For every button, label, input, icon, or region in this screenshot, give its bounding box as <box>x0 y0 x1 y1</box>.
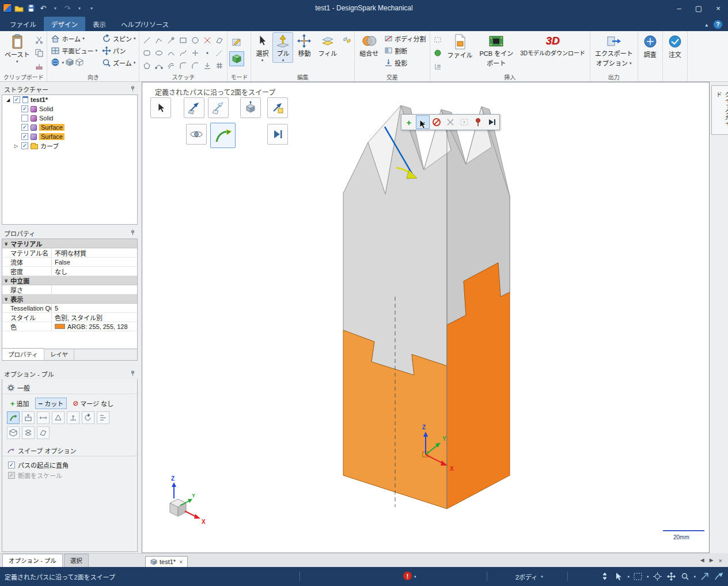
undo-button[interactable]: ↶ <box>38 2 48 14</box>
spin-caret-icon[interactable]: ▾ <box>134 36 136 40</box>
wireframe-button[interactable] <box>75 58 84 67</box>
pin-icon[interactable] <box>130 370 135 377</box>
sketch-grid-icon[interactable] <box>214 59 225 71</box>
tree-checkbox-root[interactable]: ✓ <box>13 96 20 103</box>
status-select-icon[interactable] <box>613 570 624 582</box>
plan-view-caret-icon[interactable]: ▾ <box>95 48 97 52</box>
tab-close-icon[interactable]: × <box>178 559 183 565</box>
paste-button[interactable]: ペースト ▾ <box>2 32 32 64</box>
sketch-three-point-arc-icon[interactable] <box>153 59 165 71</box>
section-display[interactable]: ∨ 表示 <box>2 294 137 304</box>
revolve-tool-button[interactable] <box>186 124 207 145</box>
tree-checkbox-curve[interactable]: ✓ <box>21 142 28 149</box>
body-count-caret-icon[interactable]: ▾ <box>541 574 543 579</box>
sketch-rounded-rectangle-icon[interactable] <box>141 47 153 59</box>
tab-options-pull[interactable]: オプション - プル <box>2 554 63 567</box>
fill-button[interactable]: フィル <box>315 32 340 58</box>
sketch-chamfer-icon[interactable] <box>189 59 201 71</box>
sketch-point-icon[interactable] <box>202 47 213 59</box>
property-row-thickness[interactable]: 厚さ <box>2 285 137 294</box>
mini-remove-button[interactable]: − <box>416 115 430 129</box>
tab-list-close-icon[interactable]: × <box>719 557 722 564</box>
pull-both-tool-button[interactable] <box>208 97 229 118</box>
warning-caret-icon[interactable]: ▴ <box>414 574 416 579</box>
color-swatch[interactable] <box>55 324 65 329</box>
mini-grid-button[interactable] <box>457 115 471 129</box>
no-merge-button[interactable]: ⊘マージ なし <box>69 398 117 409</box>
tree-checkbox-solid-2[interactable] <box>21 115 28 122</box>
quick-guide-tab[interactable]: クイックガイド <box>711 85 728 135</box>
pull-button[interactable]: プル ▾ <box>272 32 293 63</box>
section-neutral-plane[interactable]: ∨ 中立面 <box>2 276 137 285</box>
property-row-color[interactable]: 色 ARGB: 255, 255, 128 <box>2 322 137 331</box>
tree-item-surface-2[interactable]: ✓ Surface <box>2 132 137 141</box>
status-select-caret-icon[interactable]: ▴ <box>627 574 630 579</box>
tab-selection[interactable]: 選択 <box>64 554 89 567</box>
checkbox-icon[interactable]: ✓ <box>8 462 15 468</box>
tree-checkbox-surface-2[interactable]: ✓ <box>21 133 28 140</box>
add-mode-button[interactable]: +追加 <box>7 398 33 409</box>
home-caret-icon[interactable]: ▾ <box>82 36 85 40</box>
tab-design[interactable]: デザイン <box>44 17 85 31</box>
sketch-polyline-icon[interactable] <box>153 34 165 46</box>
tree-checkbox-solid-1[interactable]: ✓ <box>21 105 28 112</box>
tab-file[interactable]: ファイル <box>2 17 44 31</box>
tree-item-root[interactable]: ◢ ✓ test1* <box>2 95 137 104</box>
format-painter-button[interactable] <box>33 61 45 72</box>
tree-item-curve[interactable]: ▷ ✓ カーブ <box>2 141 137 150</box>
sketch-construction-line-icon[interactable] <box>214 47 225 59</box>
view-sphere-caret-icon[interactable]: ▾ <box>62 61 64 65</box>
tree-item-solid-1[interactable]: ✓ Solid <box>2 104 137 114</box>
open-folder-button[interactable] <box>14 2 24 14</box>
status-scroll-icon[interactable] <box>600 570 610 582</box>
insert-frame-button[interactable] <box>432 34 443 46</box>
mini-next-button[interactable] <box>485 115 499 129</box>
spin-button[interactable]: スピン ▾ <box>100 32 138 44</box>
tree-expand-icon[interactable]: ▷ <box>13 143 19 149</box>
model-canvas[interactable]: Z Y X Z Y X <box>142 82 710 553</box>
3d-model[interactable]: Z Y X Z Y X <box>142 82 709 553</box>
order-button[interactable]: 注文 <box>665 32 685 59</box>
tab-display[interactable]: 表示 <box>85 17 113 31</box>
rotate-pull-tool-button[interactable] <box>82 411 94 424</box>
paste-caret-icon[interactable]: ▾ <box>16 59 18 63</box>
maximize-button[interactable]: ▢ <box>689 0 708 16</box>
redo-caret-icon[interactable]: ▾ <box>74 2 85 14</box>
pcb-import-button[interactable]: PCB をイン ポート <box>477 32 517 68</box>
cut-mode-button[interactable]: −カット <box>35 398 67 409</box>
project-button[interactable]: 投影 <box>382 56 427 69</box>
tree-expand-icon[interactable]: ◢ <box>5 97 11 103</box>
sketch-rectangle-icon[interactable] <box>177 34 189 46</box>
undo-caret-icon[interactable]: ▾ <box>50 2 60 14</box>
property-row-style[interactable]: スタイル 色別, スタイル別 <box>2 313 137 322</box>
save-button[interactable] <box>26 2 36 14</box>
sketch-ellipse-icon[interactable] <box>153 47 165 59</box>
pin-icon[interactable] <box>130 230 135 237</box>
status-box-caret-icon[interactable]: ▴ <box>647 574 649 579</box>
normal-pull-tool-button[interactable] <box>67 411 79 424</box>
tab-properties[interactable]: プロパティ <box>2 348 44 360</box>
sketch-tangent-line-icon[interactable] <box>165 34 177 46</box>
status-fly-icon[interactable] <box>713 570 723 582</box>
view-sphere-button[interactable] <box>51 58 60 68</box>
split-body-button[interactable]: ボディ分割 <box>382 32 427 44</box>
select-button[interactable]: 選択 ▾ <box>253 32 271 63</box>
error-badge-icon[interactable]: ! <box>403 572 412 580</box>
insert-sphere-button[interactable] <box>432 47 443 59</box>
export-caret-icon[interactable]: ▾ <box>630 61 632 65</box>
status-box-select-icon[interactable] <box>633 570 643 582</box>
property-row-tessellation[interactable]: Tessellation Qua 5 <box>2 304 137 313</box>
property-row-fluid[interactable]: 流体 False <box>2 258 137 267</box>
minimize-button[interactable]: – <box>669 0 689 16</box>
select-caret-icon[interactable]: ▾ <box>261 58 264 62</box>
pull-caret-icon[interactable]: ▾ <box>282 58 285 62</box>
full-pull-tool-button[interactable] <box>240 97 261 118</box>
collapse-ribbon-icon[interactable]: ▴ <box>705 22 708 28</box>
view-style-button[interactable] <box>66 58 74 67</box>
zoom-caret-icon[interactable]: ▾ <box>134 61 136 65</box>
ruled-surface-tool-button[interactable] <box>52 411 65 424</box>
tab-layers[interactable]: レイヤ <box>44 349 74 360</box>
pull-direction-tool-button[interactable] <box>267 97 288 118</box>
tab-scroll-right-icon[interactable]: ▶ <box>710 557 714 564</box>
tab-help-resources[interactable]: ヘルプ/リソース <box>113 17 176 31</box>
